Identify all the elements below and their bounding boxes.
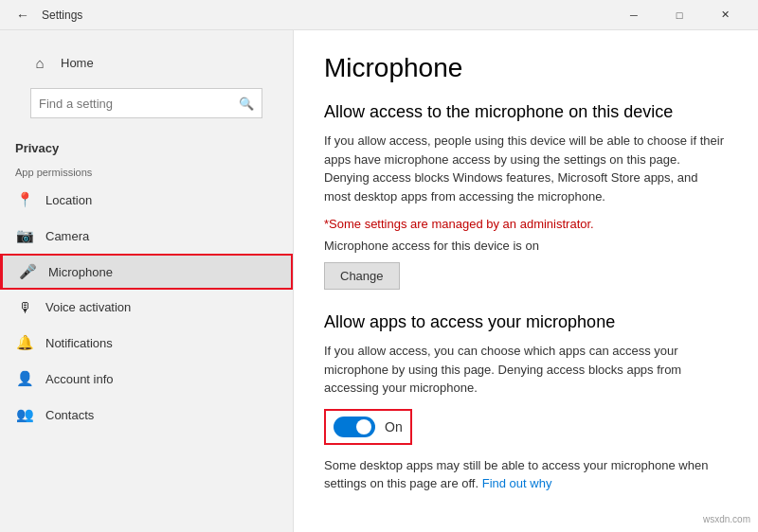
sidebar-item-home-label: Home	[61, 56, 94, 70]
voice-icon: 🎙	[15, 299, 34, 315]
sidebar: ⌂ Home 🔍 Privacy App permissions 📍 Locat…	[0, 30, 294, 532]
titlebar-title: Settings	[42, 9, 612, 22]
sidebar-header: ⌂ Home 🔍	[0, 30, 293, 133]
window-controls: ─ □ ✕	[612, 0, 747, 30]
main-layout: ⌂ Home 🔍 Privacy App permissions 📍 Locat…	[0, 30, 758, 532]
sidebar-item-location-label: Location	[45, 193, 92, 207]
sidebar-item-home[interactable]: ⌂ Home	[15, 45, 278, 80]
footer-text: Some desktop apps may still be able to a…	[324, 456, 728, 493]
back-button[interactable]: ←	[11, 4, 34, 27]
app-permissions-label: App permissions	[0, 159, 293, 182]
close-button[interactable]: ✕	[703, 0, 747, 30]
section1-title: Allow access to the microphone on this d…	[324, 102, 728, 122]
sidebar-item-contacts[interactable]: 👥 Contacts	[0, 397, 293, 433]
section1-description: If you allow access, people using this d…	[324, 132, 728, 205]
sidebar-item-notifications[interactable]: 🔔 Notifications	[0, 325, 293, 361]
sidebar-item-camera[interactable]: 📷 Camera	[0, 218, 293, 254]
admin-notice: *Some settings are managed by an adminis…	[324, 217, 728, 231]
sidebar-item-notifications-label: Notifications	[45, 336, 113, 350]
maximize-button[interactable]: □	[658, 0, 701, 30]
search-icon[interactable]: 🔍	[239, 97, 254, 111]
sidebar-item-account-label: Account info	[45, 372, 114, 386]
sidebar-item-microphone[interactable]: 🎤 Microphone	[0, 254, 293, 290]
section2-description: If you allow access, you can choose whic…	[324, 342, 728, 398]
toggle-label: On	[385, 419, 403, 434]
microphone-icon: 🎤	[18, 263, 37, 280]
microphone-access-toggle-row: On	[324, 409, 412, 445]
privacy-label: Privacy	[0, 133, 293, 159]
content-area: Microphone Allow access to the microphon…	[294, 30, 758, 532]
sidebar-item-location[interactable]: 📍 Location	[0, 182, 293, 218]
location-icon: 📍	[15, 191, 34, 208]
device-status: Microphone access for this device is on	[324, 239, 728, 253]
sidebar-item-microphone-label: Microphone	[48, 265, 113, 279]
minimize-button[interactable]: ─	[612, 0, 656, 30]
sidebar-item-contacts-label: Contacts	[45, 408, 94, 422]
page-title: Microphone	[324, 53, 728, 83]
sidebar-item-voice-label: Voice activation	[45, 300, 131, 314]
sidebar-item-camera-label: Camera	[45, 229, 89, 243]
sidebar-item-account[interactable]: 👤 Account info	[0, 361, 293, 397]
titlebar: ← Settings ─ □ ✕	[0, 0, 758, 30]
account-icon: 👤	[15, 370, 34, 387]
watermark: wsxdn.com	[703, 514, 750, 524]
microphone-toggle[interactable]	[334, 417, 375, 437]
section2-title: Allow apps to access your microphone	[324, 312, 728, 332]
find-out-why-link[interactable]: Find out why	[482, 476, 552, 490]
search-input[interactable]	[39, 97, 239, 111]
camera-icon: 📷	[15, 227, 34, 244]
sidebar-item-voice[interactable]: 🎙 Voice activation	[0, 290, 293, 325]
search-box: 🔍	[30, 88, 262, 118]
change-button[interactable]: Change	[324, 262, 400, 290]
home-icon: ⌂	[30, 55, 49, 71]
notifications-icon: 🔔	[15, 334, 34, 351]
contacts-icon: 👥	[15, 406, 34, 423]
